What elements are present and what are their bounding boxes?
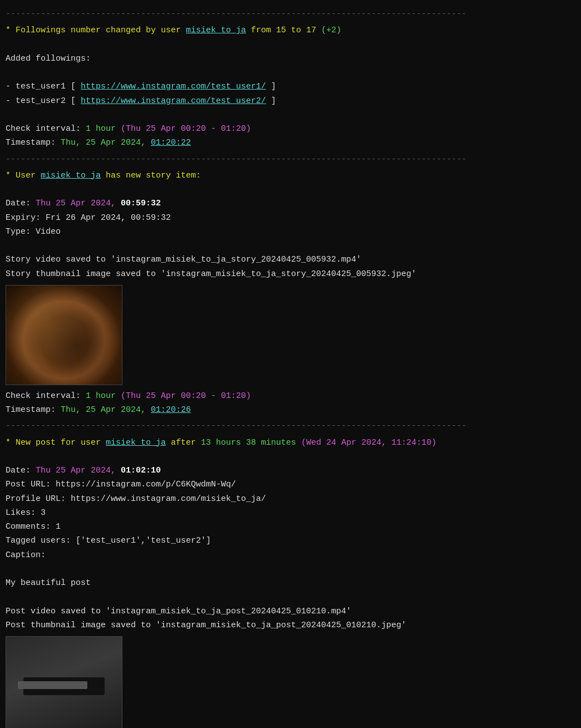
- followings-to-num: 17: [306, 26, 321, 35]
- check-interval-range-2: (Thu 25 Apr 00:20 - 01:20): [121, 391, 251, 401]
- check-interval-label-1: Check interval:: [6, 124, 86, 134]
- post-headline-prefix: * New post for user: [6, 438, 106, 447]
- story-date-time: 00:59:32: [121, 199, 161, 208]
- section-followings: ----------------------------------------…: [6, 8, 575, 150]
- post-time-delta: 13 hours 38 minutes: [201, 438, 296, 447]
- story-check-interval: Check interval: 1 hour (Thu 25 Apr 00:20…: [6, 390, 575, 402]
- post-likes-value: 3: [41, 508, 46, 518]
- post-thumbnail: [6, 636, 122, 728]
- post-user-link[interactable]: misiek_to_ja: [106, 438, 166, 447]
- followings-user-link[interactable]: misiek_to_ja: [186, 26, 246, 35]
- check-interval-value-2: 1 hour: [86, 391, 116, 401]
- story-date-value: Thu 25 Apr 2024,: [36, 199, 121, 208]
- divider-post-top: ----------------------------------------…: [6, 420, 575, 432]
- story-type-value: Video: [36, 227, 61, 237]
- added-user-2-link[interactable]: https://www.instagram.com/test_user2/: [81, 96, 266, 106]
- post-thumb-saved: Post thumbnail image saved to 'instagram…: [6, 619, 575, 632]
- story-expiry-label: Expiry:: [6, 213, 46, 223]
- story-date: Date: Thu 25 Apr 2024, 00:59:32: [6, 197, 575, 210]
- added-user-1-suffix: ]: [266, 82, 276, 91]
- post-date-value: Thu 25 Apr 2024,: [36, 466, 121, 475]
- timestamp-value-2: Thu, 25 Apr 2024,: [61, 405, 151, 415]
- check-interval-range-1: (Thu 25 Apr 00:20 - 01:20): [121, 124, 251, 134]
- story-headline: * User misiek_to_ja has new story item:: [6, 169, 575, 182]
- added-user-2-prefix: - test_user2 [: [6, 96, 81, 106]
- story-type: Type: Video: [6, 225, 575, 238]
- story-headline-prefix: * User: [6, 171, 41, 180]
- story-expiry: Expiry: Fri 26 Apr 2024, 00:59:32: [6, 211, 575, 224]
- post-prev-date: (Wed 24 Apr 2024, 11:24:10): [301, 438, 436, 447]
- timestamp-link-1[interactable]: 01:20:22: [151, 138, 191, 147]
- check-interval-space-1: [116, 124, 121, 134]
- added-user-1-link[interactable]: https://www.instagram.com/test_user1/: [81, 82, 266, 91]
- post-headline-after: after: [166, 438, 201, 447]
- post-date-label: Date:: [6, 466, 36, 475]
- story-expiry-value: Fri 26 Apr 2024, 00:59:32: [46, 213, 171, 223]
- divider-top: ----------------------------------------…: [6, 8, 575, 21]
- added-user-1-prefix: - test_user1 [: [6, 82, 81, 91]
- post-date-time: 01:02:10: [121, 466, 161, 475]
- timestamp-label-2: Timestamp:: [6, 405, 61, 415]
- check-interval-value-1: 1 hour: [86, 124, 116, 134]
- check-interval-space-2: [116, 391, 121, 401]
- story-headline-suffix: has new story item:: [101, 171, 201, 180]
- post-tagged: Tagged users: ['test_user1','test_user2'…: [6, 534, 575, 547]
- story-timestamp: Timestamp: Thu, 25 Apr 2024, 01:20:26: [6, 404, 575, 416]
- post-comments-label: Comments:: [6, 522, 56, 532]
- post-headline-space: [296, 438, 301, 447]
- post-date: Date: Thu 25 Apr 2024, 01:02:10: [6, 464, 575, 477]
- followings-headline-prefix: * Followings number changed by user: [6, 26, 186, 35]
- post-profile-url: Profile URL: https://www.instagram.com/m…: [6, 493, 575, 505]
- timestamp-value-1: Thu, 25 Apr 2024,: [61, 138, 151, 147]
- post-caption-text: My beautiful post: [6, 577, 575, 589]
- story-thumbnail: [6, 285, 122, 385]
- section-story: ----------------------------------------…: [6, 153, 575, 417]
- followings-from: from 15: [246, 26, 291, 35]
- story-thumb-saved: Story thumbnail image saved to 'instagra…: [6, 268, 575, 281]
- added-user-1: - test_user1 [ https://www.instagram.com…: [6, 80, 575, 93]
- post-comments: Comments: 1: [6, 520, 575, 533]
- followings-check-interval: Check interval: 1 hour (Thu 25 Apr 00:20…: [6, 122, 575, 135]
- check-interval-label-2: Check interval:: [6, 391, 86, 401]
- post-caption-label: Caption:: [6, 550, 46, 560]
- section-new-post: ----------------------------------------…: [6, 420, 575, 728]
- post-comments-value: 1: [56, 522, 61, 532]
- timestamp-link-2[interactable]: 01:20:26: [151, 405, 191, 415]
- post-tagged-value: ['test_user1','test_user2']: [76, 536, 211, 545]
- story-user-link[interactable]: misiek_to_ja: [41, 171, 101, 180]
- added-user-2-suffix: ]: [266, 96, 276, 106]
- post-profile-value: https://www.instagram.com/misiek_to_ja/: [71, 494, 266, 504]
- post-headline: * New post for user misiek_to_ja after 1…: [6, 436, 575, 449]
- post-caption-label-line: Caption:: [6, 549, 575, 562]
- followings-timestamp: Timestamp: Thu, 25 Apr 2024, 01:20:22: [6, 136, 575, 149]
- post-likes: Likes: 3: [6, 506, 575, 519]
- story-video-saved: Story video saved to 'instagram_misiek_t…: [6, 253, 575, 266]
- post-url: Post URL: https://instagram.com/p/C6KQwd…: [6, 478, 575, 491]
- added-followings-label: Added followings:: [6, 52, 575, 65]
- post-url-value: https://instagram.com/p/C6KQwdmN-Wq/: [56, 480, 236, 489]
- followings-delta: (+2): [321, 26, 341, 35]
- followings-headline: * Followings number changed by user misi…: [6, 24, 575, 37]
- added-user-2: - test_user2 [ https://www.instagram.com…: [6, 95, 575, 107]
- story-date-label: Date:: [6, 199, 36, 208]
- post-profile-label: Profile URL:: [6, 494, 71, 504]
- divider-story-top: ----------------------------------------…: [6, 153, 575, 166]
- post-tagged-label: Tagged users:: [6, 536, 76, 545]
- timestamp-label-1: Timestamp:: [6, 138, 61, 147]
- followings-to-word: to: [291, 26, 306, 35]
- post-likes-label: Likes:: [6, 508, 41, 518]
- story-type-label: Type:: [6, 227, 36, 237]
- post-video-saved: Post video saved to 'instagram_misiek_to…: [6, 605, 575, 618]
- post-url-label: Post URL:: [6, 480, 56, 489]
